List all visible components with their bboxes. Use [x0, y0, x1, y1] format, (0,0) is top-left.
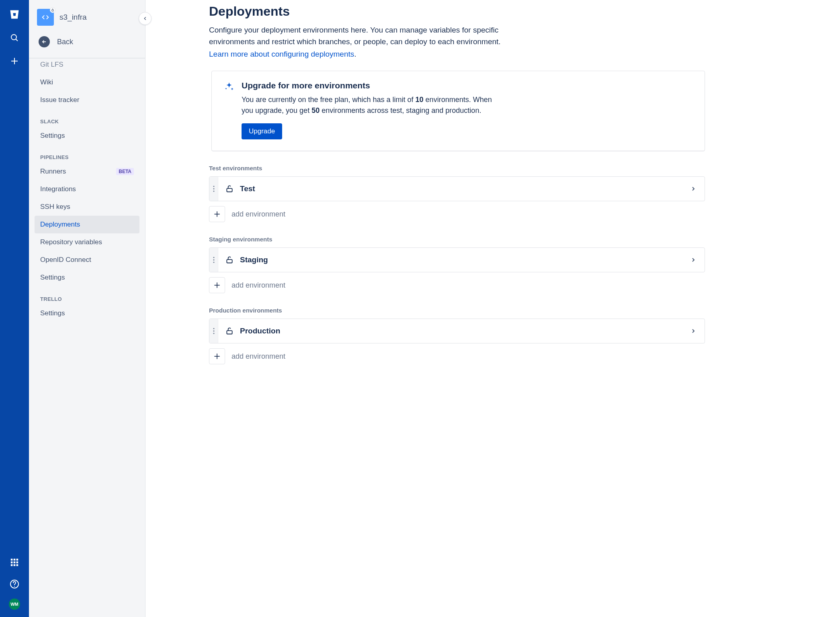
- chevron-right-icon: [690, 248, 705, 272]
- add-env-row-test: add environment: [209, 206, 705, 222]
- global-nav-rail: WM: [0, 0, 29, 388]
- svg-point-23: [213, 257, 214, 258]
- sidebar-item-openid-connect[interactable]: OpenID Connect: [35, 251, 139, 269]
- add-env-label: add environment: [232, 210, 285, 219]
- add-env-button[interactable]: [209, 277, 225, 293]
- add-env-button[interactable]: [209, 206, 225, 222]
- section-heading-test: Test environments: [209, 165, 705, 172]
- repo-avatar-icon: [37, 9, 54, 26]
- learn-more-link[interactable]: Learn more about configuring deployments: [209, 50, 354, 58]
- back-arrow-icon: [39, 36, 50, 47]
- sidebar-item-repo-variables[interactable]: Repository variables: [35, 233, 139, 251]
- env-row-staging[interactable]: Staging: [209, 247, 705, 272]
- sidebar-item-deployments[interactable]: Deployments: [35, 216, 139, 233]
- add-env-row-production: add environment: [209, 348, 705, 364]
- svg-point-0: [11, 35, 16, 40]
- svg-point-17: [213, 186, 214, 187]
- upgrade-body: You are currently on the free plan, whic…: [242, 94, 499, 116]
- chevron-right-icon: [690, 319, 705, 343]
- upgrade-title: Upgrade for more environments: [242, 81, 499, 90]
- sidebar-item-issue-tracker[interactable]: Issue tracker: [35, 91, 139, 109]
- env-row-test[interactable]: Test: [209, 176, 705, 201]
- add-env-button[interactable]: [209, 348, 225, 364]
- period: .: [354, 50, 356, 58]
- svg-point-25: [213, 262, 214, 263]
- add-env-row-staging: add environment: [209, 277, 705, 293]
- env-row-production[interactable]: Production: [209, 319, 705, 343]
- drag-handle-icon[interactable]: [209, 177, 218, 201]
- unlock-icon: [225, 327, 234, 335]
- env-name: Production: [240, 327, 280, 335]
- create-icon[interactable]: [7, 54, 22, 68]
- sidebar-heading-slack: SLACK: [35, 109, 139, 127]
- page-title: Deployments: [209, 4, 705, 19]
- repo-name: s3_infra: [59, 13, 87, 22]
- sidebar-item-ssh-keys[interactable]: SSH keys: [35, 198, 139, 216]
- sidebar-item-slack-settings[interactable]: Settings: [35, 127, 139, 145]
- svg-rect-20: [227, 188, 232, 192]
- svg-line-1: [16, 39, 18, 41]
- unlock-icon: [225, 185, 234, 193]
- sidebar-item-trello-settings[interactable]: Settings: [35, 304, 139, 322]
- chevron-right-icon: [690, 177, 705, 201]
- search-icon[interactable]: [7, 31, 22, 45]
- svg-point-24: [213, 259, 214, 261]
- drag-handle-icon[interactable]: [209, 319, 218, 343]
- svg-point-29: [213, 328, 214, 329]
- sidebar-item-pipelines-settings[interactable]: Settings: [35, 269, 139, 286]
- svg-rect-15: [52, 10, 54, 11]
- section-heading-production: Production environments: [209, 307, 705, 314]
- svg-point-18: [213, 188, 214, 190]
- add-env-label: add environment: [232, 352, 285, 361]
- sidebar-collapse-button[interactable]: [139, 12, 152, 25]
- sparkle-icon: [224, 82, 234, 92]
- page-description: Configure your deployment environments h…: [209, 25, 506, 47]
- upgrade-button[interactable]: Upgrade: [242, 123, 282, 139]
- svg-rect-26: [227, 259, 232, 263]
- lock-icon: [50, 7, 55, 13]
- env-name: Staging: [240, 255, 268, 264]
- main-content: Deployments Configure your deployment en…: [145, 4, 716, 388]
- sidebar-header: s3_infra: [29, 0, 145, 31]
- svg-point-30: [213, 331, 214, 332]
- add-env-label: add environment: [232, 281, 285, 290]
- unlock-icon: [225, 256, 234, 264]
- sidebar-heading-trello: TRELLO: [35, 286, 139, 304]
- section-heading-staging: Staging environments: [209, 236, 705, 243]
- repo-sidebar: s3_infra Back Git LFS Wiki Issue tracker…: [29, 0, 145, 388]
- upgrade-card: Upgrade for more environments You are cu…: [211, 71, 705, 151]
- beta-badge: BETA: [116, 168, 134, 175]
- sidebar-scroll: Git LFS Wiki Issue tracker SLACK Setting…: [29, 58, 145, 388]
- bitbucket-logo-icon[interactable]: [7, 7, 22, 22]
- svg-rect-32: [227, 331, 232, 334]
- sidebar-heading-pipelines: PIPELINES: [35, 145, 139, 163]
- back-button[interactable]: Back: [29, 31, 145, 56]
- sidebar-item-runners[interactable]: Runners BETA: [35, 163, 139, 180]
- back-label: Back: [57, 38, 73, 46]
- sidebar-item-wiki[interactable]: Wiki: [35, 74, 139, 91]
- svg-point-19: [213, 191, 214, 192]
- svg-point-31: [213, 333, 214, 334]
- env-name: Test: [240, 184, 255, 193]
- drag-handle-icon[interactable]: [209, 248, 218, 272]
- sidebar-item-integrations[interactable]: Integrations: [35, 180, 139, 198]
- sidebar-item-git-lfs[interactable]: Git LFS: [35, 58, 139, 74]
